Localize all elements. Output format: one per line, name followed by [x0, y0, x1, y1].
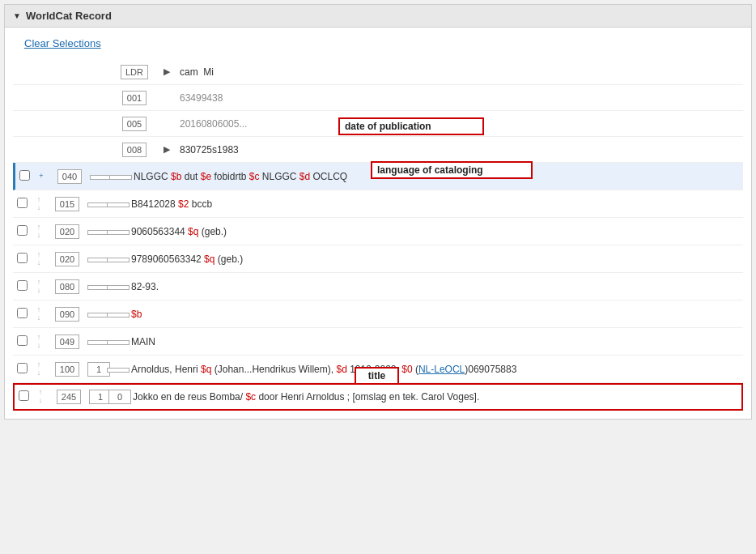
040-checkbox-cell[interactable]: [15, 170, 33, 183]
090-down-icon[interactable]: ↓: [37, 314, 41, 322]
245-content: Jokko en de reus Bomba/ $c door Henri Ar…: [128, 390, 741, 404]
080-row: ↑ ↓ 080 82-93.: [13, 273, 743, 300]
015-arrows: ↑ ↓: [31, 196, 47, 212]
ldr-arrow[interactable]: ▶: [159, 66, 175, 77]
020a-ind1: [87, 226, 107, 237]
090-tag: 090: [47, 307, 87, 322]
ldr-row: LDR ▶ cam Mi: [13, 59, 743, 85]
040-arrows: +: [33, 173, 49, 181]
245-ind1: 1: [89, 390, 108, 404]
020b-checkbox-cell[interactable]: [13, 253, 31, 266]
100-checkbox-cell[interactable]: [13, 363, 31, 376]
100-ind1: 1: [87, 362, 107, 377]
015-content: B8412028 $2 bccb: [126, 197, 743, 211]
080-checkbox[interactable]: [17, 280, 28, 291]
008-tag: 008: [110, 143, 159, 157]
080-tag: 080: [47, 279, 87, 294]
090-row: ↑ ↓ 090 $b: [13, 300, 743, 328]
080-down-icon[interactable]: ↓: [37, 287, 41, 295]
020a-checkbox-cell[interactable]: [13, 225, 31, 238]
clear-selections-button[interactable]: Clear Selections: [13, 31, 113, 56]
020a-ind2: [107, 226, 126, 237]
040-tag: 040: [49, 169, 90, 184]
100-nl-leocl-link[interactable]: NL-LeOCL: [418, 364, 465, 375]
ldr-tag: LDR: [110, 65, 159, 79]
040-up-arrow[interactable]: +: [39, 173, 43, 181]
245-down-icon[interactable]: ↓: [39, 397, 43, 405]
049-row: ↑ ↓ 049 MAIN: [13, 328, 743, 356]
080-ind2: [107, 281, 126, 292]
records-area: LDR ▶ cam Mi 001 63499438: [5, 59, 751, 419]
020b-arrows: ↑ ↓: [31, 251, 47, 267]
008-value: 830725s1983: [175, 142, 743, 158]
245-checkbox[interactable]: [19, 390, 29, 401]
049-tag: 049: [47, 335, 87, 349]
008-arrow[interactable]: ▶: [159, 144, 175, 155]
020a-row: ↑ ↓ 020 9060563344 $q (geb.): [13, 218, 743, 245]
049-content: MAIN: [126, 335, 743, 349]
001-row: 001 63499438: [13, 85, 743, 111]
001-value: 63499438: [175, 90, 743, 106]
245-row: ↑ ↓ 245 1 0 Jokko en de reus Bomba/ $c d…: [13, 383, 743, 411]
100-checkbox[interactable]: [17, 363, 28, 373]
080-checkbox-cell[interactable]: [13, 280, 31, 293]
020b-down-icon[interactable]: ↓: [37, 259, 41, 267]
001-tag: 001: [110, 91, 159, 105]
020a-tag: 020: [47, 224, 87, 239]
100-content: Arnoldus, Henri $q (Johan...Hendrikus Wi…: [126, 362, 743, 377]
020a-down-icon[interactable]: ↓: [37, 232, 41, 240]
chevron-icon: ▼: [13, 11, 21, 20]
040-content: NLGGC $b dut $e fobidrtb $c NLGGC $d OCL…: [129, 169, 743, 184]
040-ind1: [90, 171, 109, 182]
100-arrows: ↑ ↓: [31, 361, 47, 377]
020b-checkbox[interactable]: [17, 253, 28, 263]
020b-tag: 020: [47, 252, 87, 266]
100-down-icon[interactable]: ↓: [37, 369, 41, 377]
245-arrows: ↑ ↓: [32, 389, 49, 405]
fixed-rows: LDR ▶ cam Mi 001 63499438: [13, 59, 743, 163]
090-arrows: ↑ ↓: [31, 306, 47, 322]
049-down-icon[interactable]: ↓: [37, 342, 41, 350]
100-tag: 100: [47, 362, 87, 377]
049-ind1: [87, 336, 107, 347]
015-checkbox[interactable]: [17, 198, 28, 208]
090-checkbox-cell[interactable]: [13, 308, 31, 321]
005-tag: 005: [110, 117, 159, 131]
040-ind2: [109, 171, 129, 182]
049-ind2: [107, 336, 126, 347]
080-arrows: ↑ ↓: [31, 279, 47, 295]
panel-header: ▼ WorldCat Record: [5, 5, 751, 28]
100-ind2: [107, 364, 126, 375]
020a-arrows: ↑ ↓: [31, 224, 47, 240]
020b-content: 9789060563342 $q (geb.): [126, 252, 743, 266]
008-row: 008 ▶ 830725s1983 language of cataloging: [13, 137, 743, 163]
090-checkbox[interactable]: [17, 308, 28, 318]
015-checkbox-cell[interactable]: [13, 198, 31, 211]
040-row: + 040 NLGGC $b dut $e fobidrtb $c NLGGC …: [13, 163, 743, 190]
005-value: 20160806005...: [175, 116, 743, 132]
245-checkbox-cell[interactable]: [15, 390, 32, 403]
049-arrows: ↑ ↓: [31, 334, 47, 350]
040-checkbox[interactable]: [19, 170, 30, 181]
020b-ind1: [87, 254, 107, 265]
020b-row: ↑ ↓ 020 9789060563342 $q (geb.): [13, 245, 743, 273]
015-row: ↑ ↓ 015 B8412028 $2 bccb: [13, 190, 743, 218]
ldr-value: cam Mi: [175, 64, 743, 80]
245-tag: 245: [49, 390, 89, 404]
005-row: 005 20160806005... date of publication: [13, 111, 743, 137]
015-ind2: [107, 198, 126, 210]
panel-title: WorldCat Record: [26, 10, 112, 22]
080-ind1: [87, 281, 107, 292]
015-down-icon[interactable]: ↓: [37, 204, 41, 212]
090-ind2: [107, 309, 126, 320]
090-ind1: [87, 309, 107, 320]
100-row: ↑ ↓ 100 1 Arnoldus, Henri $q (Johan...He…: [13, 356, 743, 383]
080-content: 82-93.: [126, 279, 743, 294]
015-tag: 015: [47, 197, 87, 211]
049-checkbox-cell[interactable]: [13, 335, 31, 348]
020b-ind2: [107, 254, 126, 265]
049-checkbox[interactable]: [17, 335, 28, 346]
020a-content: 9060563344 $q (geb.): [126, 224, 743, 239]
020a-checkbox[interactable]: [17, 225, 28, 236]
015-ind1: [87, 198, 107, 210]
